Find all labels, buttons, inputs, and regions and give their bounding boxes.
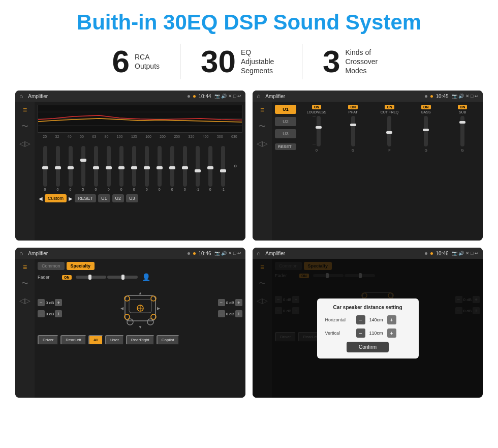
on-badge-phat[interactable]: ON bbox=[348, 105, 358, 109]
fader-on-toggle[interactable]: ON bbox=[62, 275, 72, 280]
eq-icon[interactable]: ≡ bbox=[23, 106, 27, 114]
eq-scroll-right[interactable]: » bbox=[234, 162, 237, 169]
rearleft-btn[interactable]: RearLeft bbox=[60, 335, 86, 345]
eq-track-7[interactable] bbox=[132, 146, 136, 187]
slider-phat[interactable] bbox=[351, 116, 355, 146]
eq-curve-svg bbox=[38, 105, 242, 132]
play-next-icon[interactable]: ▶ bbox=[69, 196, 73, 201]
eq-track-9[interactable] bbox=[158, 146, 162, 187]
tab-common[interactable]: Common bbox=[38, 262, 65, 270]
screen3-title: Amplifier bbox=[28, 251, 184, 256]
speaker-icon[interactable]: ◁▷ bbox=[19, 139, 30, 147]
db-fl-minus[interactable]: − bbox=[38, 299, 45, 306]
slider-loudness[interactable] bbox=[317, 116, 321, 146]
eq-icon-3[interactable]: ≡ bbox=[23, 263, 27, 271]
eq-track-12[interactable] bbox=[196, 146, 200, 187]
horizontal-minus[interactable]: − bbox=[356, 315, 365, 324]
horizontal-plus[interactable]: + bbox=[387, 315, 396, 324]
driver-btn[interactable]: Driver bbox=[38, 335, 58, 345]
home-icon[interactable]: ⌂ bbox=[19, 93, 23, 100]
on-badge-sub[interactable]: ON bbox=[458, 105, 468, 109]
speaker-icon-3[interactable]: ◁▷ bbox=[19, 296, 30, 305]
status-icons-4: 📷 🔊 ✕ □ ↩ bbox=[452, 251, 479, 256]
wave-icon-3[interactable]: 〜 bbox=[21, 279, 28, 288]
eq-track-1[interactable] bbox=[56, 146, 60, 187]
rearright-btn[interactable]: RearRight bbox=[126, 335, 154, 345]
freq-63: 63 bbox=[92, 135, 96, 138]
screen-eq: ⌂ Amplifier 10:44 📷 🔊 ✕ □ ↩ ≡ 〜 ◁▷ bbox=[15, 91, 245, 241]
freq-250: 250 bbox=[174, 135, 180, 138]
eq-track-6[interactable] bbox=[119, 146, 123, 187]
stat-number-crossover: 3 bbox=[323, 46, 340, 77]
home-icon-4[interactable]: ⌂ bbox=[257, 250, 260, 257]
crossover-reset[interactable]: RESET bbox=[275, 143, 296, 150]
play-prev-icon[interactable]: ◀ bbox=[39, 196, 43, 201]
home-icon-2[interactable]: ⌂ bbox=[257, 93, 260, 100]
status-bar-4: ⌂ Amplifier 10:46 📷 🔊 ✕ □ ↩ bbox=[253, 248, 483, 259]
confirm-button[interactable]: Confirm bbox=[347, 342, 389, 352]
vertical-minus[interactable]: − bbox=[356, 328, 365, 338]
stat-rca: 6 RCAOutputs bbox=[92, 46, 180, 77]
eq-track-10[interactable] bbox=[170, 146, 174, 187]
crossover-u-buttons: U1 U2 U3 RESET bbox=[275, 105, 296, 237]
db-fr-plus[interactable]: + bbox=[235, 299, 242, 306]
db-fr-minus[interactable]: − bbox=[218, 299, 225, 306]
db-fl-plus[interactable]: + bbox=[55, 299, 62, 306]
status-bar-2: ⌂ Amplifier 10:45 📷 🔊 ✕ □ ↩ bbox=[253, 91, 483, 102]
all-btn[interactable]: All bbox=[88, 335, 103, 345]
chan-label-bass: BASS bbox=[421, 110, 431, 114]
u2-select[interactable]: U2 bbox=[275, 117, 296, 126]
user-btn[interactable]: User bbox=[105, 335, 124, 345]
slider-bass[interactable] bbox=[424, 116, 428, 146]
screen-distance: ⌂ Amplifier 10:46 📷 🔊 ✕ □ ↩ ≡ 〜 ◁▷ Commo… bbox=[253, 248, 483, 398]
eq-track-0[interactable] bbox=[43, 146, 47, 187]
wave-icon[interactable]: 〜 bbox=[21, 122, 28, 131]
dialog-title: Car speaker distance setting bbox=[325, 305, 411, 310]
on-badge-loudness[interactable]: ON bbox=[312, 105, 322, 109]
u3-select[interactable]: U3 bbox=[275, 129, 296, 138]
eq-track-4[interactable] bbox=[94, 146, 98, 187]
status-dot-7 bbox=[425, 252, 427, 255]
reset-button[interactable]: RESET bbox=[75, 194, 96, 202]
copilot-btn[interactable]: Copilot bbox=[157, 335, 179, 345]
db-rl-minus[interactable]: − bbox=[38, 310, 45, 317]
stat-label-eq: EQ AdjustableSegments bbox=[241, 48, 282, 76]
u1-button[interactable]: U1 bbox=[98, 194, 110, 202]
channel-sub: ON SUB G bbox=[445, 105, 480, 237]
eq-track-3[interactable] bbox=[81, 146, 85, 187]
u3-button[interactable]: U3 bbox=[126, 194, 138, 202]
screen4-time: 10:46 bbox=[436, 251, 449, 256]
freq-100: 100 bbox=[117, 135, 123, 138]
freq-25: 25 bbox=[43, 135, 47, 138]
on-badge-cutfreq[interactable]: ON bbox=[385, 105, 394, 109]
slider-sub[interactable] bbox=[460, 116, 464, 146]
bottom-buttons-3: Driver RearLeft All User RearRight Copil… bbox=[38, 335, 242, 345]
eq-slider-14: -1 bbox=[221, 146, 225, 191]
eq-track-11[interactable] bbox=[183, 146, 187, 187]
db-rr-minus[interactable]: − bbox=[218, 310, 225, 317]
u1-select[interactable]: U1 bbox=[275, 105, 296, 114]
on-badge-bass[interactable]: ON bbox=[421, 105, 431, 109]
vertical-stepper: − 110cm + bbox=[356, 328, 396, 338]
car-svg: ▲ ▼ ◀ ▶ bbox=[120, 285, 161, 331]
status-bar-1: ⌂ Amplifier 10:44 📷 🔊 ✕ □ ↩ bbox=[15, 91, 245, 102]
eq-track-14[interactable] bbox=[221, 146, 225, 187]
speaker-icon-2[interactable]: ◁▷ bbox=[257, 139, 268, 147]
db-fr-val: 0 dB bbox=[226, 301, 234, 305]
vertical-plus[interactable]: + bbox=[387, 328, 396, 338]
u2-button[interactable]: U2 bbox=[112, 194, 124, 202]
eq-track-8[interactable] bbox=[145, 146, 149, 187]
fader-track[interactable] bbox=[76, 276, 106, 279]
eq-track-13[interactable] bbox=[208, 146, 212, 187]
wave-icon-2[interactable]: 〜 bbox=[259, 122, 266, 131]
custom-button[interactable]: Custom bbox=[45, 194, 67, 202]
eq-icon-2[interactable]: ≡ bbox=[260, 106, 264, 114]
fader-track-2[interactable] bbox=[107, 276, 138, 279]
home-icon-3[interactable]: ⌂ bbox=[19, 250, 23, 257]
db-rr-plus[interactable]: + bbox=[235, 310, 242, 317]
slider-cutfreq[interactable] bbox=[387, 116, 391, 146]
tab-specialty[interactable]: Specialty bbox=[67, 262, 95, 270]
eq-track-2[interactable] bbox=[69, 146, 73, 187]
eq-track-5[interactable] bbox=[107, 146, 111, 187]
db-rl-plus[interactable]: + bbox=[55, 310, 62, 317]
